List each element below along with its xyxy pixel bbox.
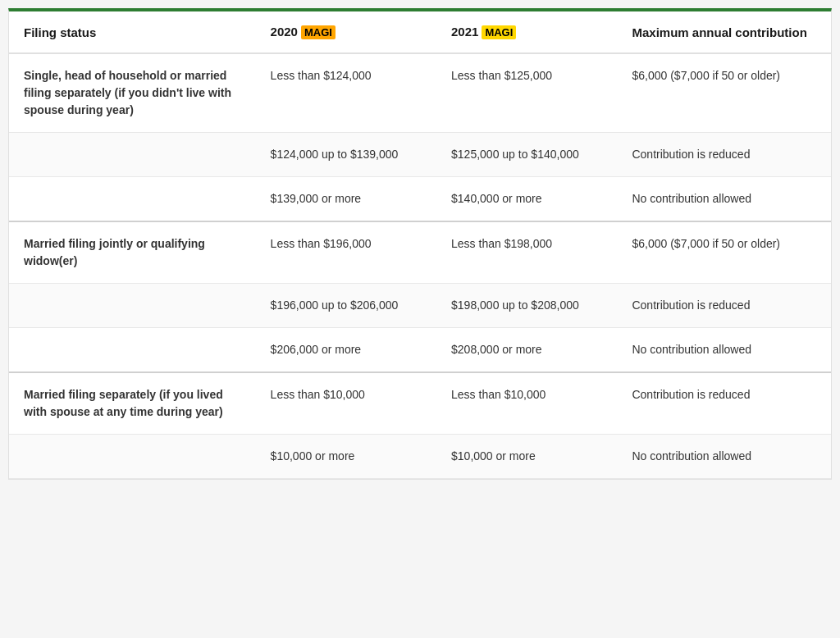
magi-2020-cell: $10,000 or more <box>256 435 436 479</box>
magi-2020-cell: $124,000 up to $139,000 <box>256 133 436 177</box>
magi-2020-cell: $139,000 or more <box>256 177 436 222</box>
filing-status-label: Married filing jointly or qualifying wid… <box>24 237 205 267</box>
table-row: $139,000 or more$140,000 or moreNo contr… <box>9 177 831 222</box>
filing-status-cell <box>9 284 256 328</box>
max-contribution-cell: No contribution allowed <box>617 177 831 222</box>
filing-status-cell <box>9 177 256 222</box>
magi-2021-cell: Less than $10,000 <box>436 372 617 435</box>
magi-2020-cell: Less than $196,000 <box>256 221 436 284</box>
max-contribution-cell: Contribution is reduced <box>617 372 831 435</box>
contribution-table-wrapper: Filing status 2020MAGI 2021MAGI Maximum … <box>8 8 832 480</box>
header-filing-status: Filing status <box>9 11 256 53</box>
filing-status-cell: Married filing separately (if you lived … <box>9 372 256 435</box>
filing-status-cell <box>9 133 256 177</box>
filing-status-cell: Married filing jointly or qualifying wid… <box>9 221 256 284</box>
filing-status-label: Married filing separately (if you lived … <box>24 388 223 418</box>
magi-2021-cell: $10,000 or more <box>436 435 617 479</box>
header-max-contribution: Maximum annual contribution <box>617 11 831 53</box>
magi-2020-cell: $206,000 or more <box>256 328 436 373</box>
max-contribution-cell: Contribution is reduced <box>617 133 831 177</box>
header-2021-label: 2021 <box>451 25 478 39</box>
max-contribution-cell: $6,000 ($7,000 if 50 or older) <box>617 53 831 133</box>
filing-status-cell <box>9 328 256 373</box>
header-2021-magi: 2021MAGI <box>436 11 617 53</box>
filing-status-label: Single, head of household or married fil… <box>24 69 231 116</box>
magi-badge-2020: MAGI <box>301 25 336 39</box>
table-row: $206,000 or more$208,000 or moreNo contr… <box>9 328 831 373</box>
table-row: $10,000 or more$10,000 or moreNo contrib… <box>9 435 831 479</box>
max-contribution-cell: $6,000 ($7,000 if 50 or older) <box>617 221 831 284</box>
contribution-table: Filing status 2020MAGI 2021MAGI Maximum … <box>9 11 831 479</box>
magi-2021-cell: $125,000 up to $140,000 <box>436 133 617 177</box>
table-row: Married filing separately (if you lived … <box>9 372 831 435</box>
filing-status-cell <box>9 435 256 479</box>
header-2020-magi: 2020MAGI <box>256 11 436 53</box>
magi-2021-cell: Less than $198,000 <box>436 221 617 284</box>
table-row: $124,000 up to $139,000$125,000 up to $1… <box>9 133 831 177</box>
header-2020-label: 2020 <box>271 25 298 39</box>
magi-2020-cell: Less than $124,000 <box>256 53 436 133</box>
max-contribution-cell: No contribution allowed <box>617 435 831 479</box>
table-row: $196,000 up to $206,000$198,000 up to $2… <box>9 284 831 328</box>
table-header-row: Filing status 2020MAGI 2021MAGI Maximum … <box>9 11 831 53</box>
magi-2020-cell: $196,000 up to $206,000 <box>256 284 436 328</box>
magi-2021-cell: $140,000 or more <box>436 177 617 222</box>
max-contribution-cell: No contribution allowed <box>617 328 831 373</box>
table-row: Single, head of household or married fil… <box>9 53 831 133</box>
max-contribution-cell: Contribution is reduced <box>617 284 831 328</box>
magi-2020-cell: Less than $10,000 <box>256 372 436 435</box>
magi-2021-cell: Less than $125,000 <box>436 53 617 133</box>
magi-badge-2021: MAGI <box>482 25 516 39</box>
magi-2021-cell: $208,000 or more <box>436 328 617 373</box>
magi-2021-cell: $198,000 up to $208,000 <box>436 284 617 328</box>
table-row: Married filing jointly or qualifying wid… <box>9 221 831 284</box>
filing-status-cell: Single, head of household or married fil… <box>9 53 256 133</box>
